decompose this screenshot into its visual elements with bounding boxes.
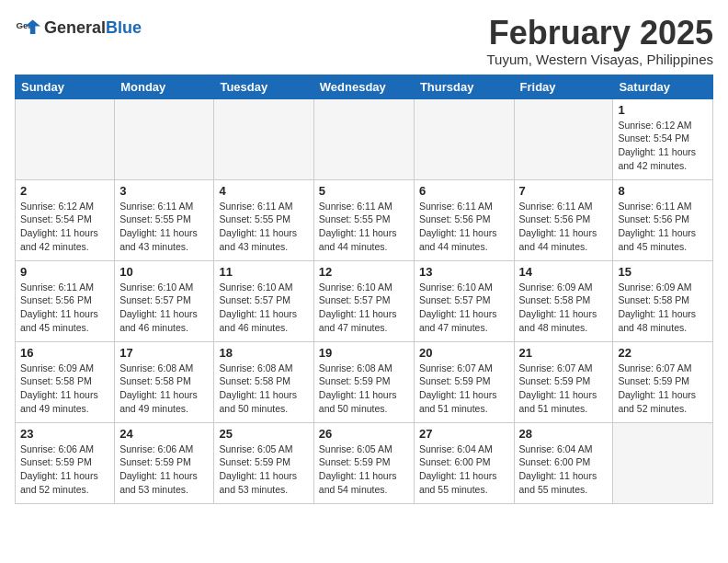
calendar-cell: 4Sunrise: 6:11 AMSunset: 5:55 PMDaylight…	[214, 179, 313, 260]
day-info: Sunrise: 6:10 AMSunset: 5:57 PMDaylight:…	[319, 281, 409, 335]
day-info: Sunrise: 6:08 AMSunset: 5:58 PMDaylight:…	[219, 362, 308, 416]
day-info: Sunrise: 6:07 AMSunset: 5:59 PMDaylight:…	[519, 362, 609, 416]
day-number: 24	[119, 427, 209, 441]
location-title: Tuyum, Western Visayas, Philippines	[487, 52, 714, 67]
day-number: 17	[119, 346, 209, 360]
day-number: 14	[519, 265, 609, 279]
day-number: 12	[319, 265, 409, 279]
calendar-cell	[214, 98, 313, 179]
day-number: 25	[219, 427, 308, 441]
day-of-week-thursday: Thursday	[414, 75, 514, 98]
day-number: 5	[319, 184, 409, 198]
calendar-cell: 3Sunrise: 6:11 AMSunset: 5:55 PMDaylight…	[115, 179, 214, 260]
day-info: Sunrise: 6:10 AMSunset: 5:57 PMDaylight:…	[419, 281, 509, 335]
day-number: 15	[618, 265, 708, 279]
day-number: 7	[519, 184, 609, 198]
calendar-cell: 16Sunrise: 6:09 AMSunset: 5:58 PMDayligh…	[16, 341, 115, 422]
day-number: 8	[618, 184, 708, 198]
day-number: 2	[20, 184, 109, 198]
day-number: 26	[319, 427, 409, 441]
day-info: Sunrise: 6:06 AMSunset: 5:59 PMDaylight:…	[119, 442, 209, 497]
day-number: 22	[618, 346, 708, 360]
calendar-cell: 28Sunrise: 6:04 AMSunset: 6:00 PMDayligh…	[514, 422, 613, 503]
calendar-cell: 19Sunrise: 6:08 AMSunset: 5:59 PMDayligh…	[313, 341, 414, 422]
calendar-cell: 12Sunrise: 6:10 AMSunset: 5:57 PMDayligh…	[313, 260, 414, 341]
calendar-cell: 27Sunrise: 6:04 AMSunset: 6:00 PMDayligh…	[414, 422, 514, 503]
calendar-cell: 10Sunrise: 6:10 AMSunset: 5:57 PMDayligh…	[115, 260, 214, 341]
logo-icon: Gen	[15, 15, 40, 40]
calendar-cell: 13Sunrise: 6:10 AMSunset: 5:57 PMDayligh…	[414, 260, 514, 341]
calendar-cell: 1Sunrise: 6:12 AMSunset: 5:54 PMDaylight…	[613, 98, 713, 179]
day-of-week-saturday: Saturday	[613, 75, 713, 98]
calendar-cell: 18Sunrise: 6:08 AMSunset: 5:58 PMDayligh…	[214, 341, 313, 422]
day-number: 18	[219, 346, 308, 360]
day-number: 28	[519, 427, 609, 441]
day-number: 6	[419, 184, 509, 198]
day-info: Sunrise: 6:06 AMSunset: 5:59 PMDaylight:…	[20, 442, 109, 497]
day-of-week-monday: Monday	[115, 75, 214, 98]
calendar-week-5: 23Sunrise: 6:06 AMSunset: 5:59 PMDayligh…	[16, 422, 713, 503]
day-info: Sunrise: 6:05 AMSunset: 5:59 PMDaylight:…	[319, 442, 409, 497]
day-of-week-sunday: Sunday	[16, 75, 115, 98]
day-info: Sunrise: 6:09 AMSunset: 5:58 PMDaylight:…	[20, 362, 109, 416]
day-number: 19	[319, 346, 409, 360]
title-block: February 2025 Tuyum, Western Visayas, Ph…	[487, 15, 714, 67]
calendar-cell: 25Sunrise: 6:05 AMSunset: 5:59 PMDayligh…	[214, 422, 313, 503]
day-of-week-wednesday: Wednesday	[313, 75, 414, 98]
day-number: 23	[20, 427, 109, 441]
day-info: Sunrise: 6:07 AMSunset: 5:59 PMDaylight:…	[419, 362, 509, 416]
calendar-cell	[115, 98, 214, 179]
day-info: Sunrise: 6:11 AMSunset: 5:56 PMDaylight:…	[20, 281, 109, 335]
calendar-cell: 7Sunrise: 6:11 AMSunset: 5:56 PMDaylight…	[514, 179, 613, 260]
calendar-cell: 15Sunrise: 6:09 AMSunset: 5:58 PMDayligh…	[613, 260, 713, 341]
day-info: Sunrise: 6:04 AMSunset: 6:00 PMDaylight:…	[519, 442, 609, 497]
day-number: 13	[419, 265, 509, 279]
day-info: Sunrise: 6:10 AMSunset: 5:57 PMDaylight:…	[219, 281, 308, 335]
calendar-cell: 22Sunrise: 6:07 AMSunset: 5:59 PMDayligh…	[613, 341, 713, 422]
logo-general: General	[44, 18, 106, 37]
day-number: 21	[519, 346, 609, 360]
day-number: 20	[419, 346, 509, 360]
calendar-cell	[613, 422, 713, 503]
day-number: 16	[20, 346, 109, 360]
calendar-cell: 2Sunrise: 6:12 AMSunset: 5:54 PMDaylight…	[16, 179, 115, 260]
calendar-cell	[414, 98, 514, 179]
day-number: 4	[219, 184, 308, 198]
day-number: 9	[20, 265, 109, 279]
calendar-cell: 23Sunrise: 6:06 AMSunset: 5:59 PMDayligh…	[16, 422, 115, 503]
calendar-week-4: 16Sunrise: 6:09 AMSunset: 5:58 PMDayligh…	[16, 341, 713, 422]
day-info: Sunrise: 6:11 AMSunset: 5:55 PMDaylight:…	[219, 200, 308, 254]
calendar-table: SundayMondayTuesdayWednesdayThursdayFrid…	[15, 75, 713, 504]
logo: Gen GeneralBlue	[15, 15, 142, 40]
month-title: February 2025	[487, 15, 714, 52]
calendar-week-2: 2Sunrise: 6:12 AMSunset: 5:54 PMDaylight…	[16, 179, 713, 260]
calendar-week-1: 1Sunrise: 6:12 AMSunset: 5:54 PMDaylight…	[16, 98, 713, 179]
day-of-week-friday: Friday	[514, 75, 613, 98]
day-info: Sunrise: 6:10 AMSunset: 5:57 PMDaylight:…	[119, 281, 209, 335]
logo-blue: Blue	[106, 18, 142, 37]
day-number: 3	[119, 184, 209, 198]
day-number: 11	[219, 265, 308, 279]
calendar-cell	[16, 98, 115, 179]
calendar-cell: 5Sunrise: 6:11 AMSunset: 5:55 PMDaylight…	[313, 179, 414, 260]
day-info: Sunrise: 6:09 AMSunset: 5:58 PMDaylight:…	[618, 281, 708, 335]
day-info: Sunrise: 6:08 AMSunset: 5:59 PMDaylight:…	[319, 362, 409, 416]
day-info: Sunrise: 6:04 AMSunset: 6:00 PMDaylight:…	[419, 442, 509, 497]
day-info: Sunrise: 6:08 AMSunset: 5:58 PMDaylight:…	[119, 362, 209, 416]
calendar-cell	[514, 98, 613, 179]
day-info: Sunrise: 6:11 AMSunset: 5:56 PMDaylight:…	[519, 200, 609, 254]
day-info: Sunrise: 6:11 AMSunset: 5:55 PMDaylight:…	[119, 200, 209, 254]
calendar-cell: 11Sunrise: 6:10 AMSunset: 5:57 PMDayligh…	[214, 260, 313, 341]
calendar-cell	[313, 98, 414, 179]
day-info: Sunrise: 6:12 AMSunset: 5:54 PMDaylight:…	[20, 200, 109, 254]
calendar-cell: 24Sunrise: 6:06 AMSunset: 5:59 PMDayligh…	[115, 422, 214, 503]
day-info: Sunrise: 6:07 AMSunset: 5:59 PMDaylight:…	[618, 362, 708, 416]
day-info: Sunrise: 6:09 AMSunset: 5:58 PMDaylight:…	[519, 281, 609, 335]
day-info: Sunrise: 6:11 AMSunset: 5:56 PMDaylight:…	[419, 200, 509, 254]
day-number: 27	[419, 427, 509, 441]
calendar-cell: 26Sunrise: 6:05 AMSunset: 5:59 PMDayligh…	[313, 422, 414, 503]
day-number: 10	[119, 265, 209, 279]
page-header: Gen GeneralBlue February 2025 Tuyum, Wes…	[15, 15, 713, 67]
calendar-cell: 20Sunrise: 6:07 AMSunset: 5:59 PMDayligh…	[414, 341, 514, 422]
day-info: Sunrise: 6:11 AMSunset: 5:55 PMDaylight:…	[319, 200, 409, 254]
